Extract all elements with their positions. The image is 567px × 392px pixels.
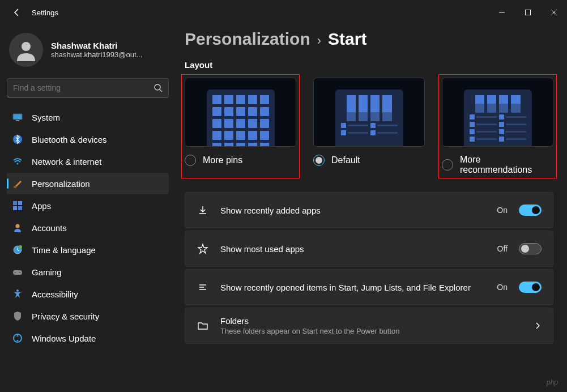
sidebar-item-label: Network & internet bbox=[32, 157, 101, 167]
toggle-switch[interactable] bbox=[519, 282, 542, 293]
sidebar-item-clock[interactable]: Time & language bbox=[7, 239, 169, 261]
user-profile[interactable]: Shashwat Khatri shashwat.khatri1993@out.… bbox=[7, 31, 169, 76]
wifi-icon bbox=[12, 156, 23, 167]
sidebar-item-gamepad[interactable]: Gaming bbox=[7, 261, 169, 283]
radio-button[interactable] bbox=[442, 159, 453, 171]
sidebar-item-person[interactable]: Accounts bbox=[7, 217, 169, 238]
update-icon bbox=[12, 333, 23, 343]
sidebar-item-monitor[interactable]: System bbox=[7, 106, 169, 128]
search-box[interactable] bbox=[7, 78, 169, 97]
radio-button[interactable] bbox=[185, 155, 196, 166]
radio-button[interactable] bbox=[313, 155, 325, 166]
layout-preview[interactable] bbox=[185, 78, 296, 147]
breadcrumb: Personalization › Start bbox=[185, 29, 553, 49]
toggle-state-label: On bbox=[497, 206, 508, 215]
minimize-button[interactable] bbox=[489, 3, 515, 22]
search-input[interactable] bbox=[13, 83, 154, 92]
toggle-switch[interactable] bbox=[519, 204, 542, 216]
setting-subtitle: These folders appear on Start next to th… bbox=[220, 327, 522, 335]
layout-option-label: More recommendations bbox=[460, 155, 553, 175]
sidebar-item-accessibility[interactable]: Accessibility bbox=[7, 283, 169, 305]
svg-rect-1 bbox=[526, 10, 531, 15]
accessibility-icon bbox=[12, 289, 23, 299]
bluetooth-icon bbox=[12, 134, 23, 144]
setting-row[interactable]: Show recently added appsOn bbox=[185, 192, 553, 228]
svg-line-6 bbox=[160, 90, 162, 92]
svg-point-24 bbox=[15, 272, 16, 273]
download-icon bbox=[197, 204, 209, 216]
clock-icon bbox=[12, 245, 23, 255]
layout-preview[interactable] bbox=[442, 78, 553, 147]
content-area: Personalization › Start Layout More pins… bbox=[176, 25, 567, 392]
svg-point-4 bbox=[22, 42, 31, 51]
watermark: php bbox=[547, 378, 558, 386]
layout-option-label: Default bbox=[331, 155, 360, 165]
svg-rect-16 bbox=[18, 206, 22, 210]
layout-radio-row[interactable]: More recommendations bbox=[442, 155, 553, 175]
title-bar: Settings bbox=[0, 0, 567, 25]
svg-point-17 bbox=[16, 224, 20, 228]
sidebar-item-label: Time & language bbox=[32, 245, 96, 255]
search-icon bbox=[154, 83, 163, 92]
window-controls bbox=[489, 3, 567, 22]
layout-radio-row[interactable]: Default bbox=[313, 155, 425, 166]
layout-preview[interactable] bbox=[313, 78, 425, 147]
layout-option[interactable]: More pins bbox=[182, 75, 299, 178]
layout-option[interactable]: More recommendations bbox=[439, 75, 556, 178]
layout-options-row: More pinsDefaultMore recommendations bbox=[185, 78, 553, 175]
sidebar-item-label: Gaming bbox=[32, 267, 62, 277]
sidebar-item-wifi[interactable]: Network & internet bbox=[7, 151, 169, 172]
layout-option[interactable]: Default bbox=[313, 78, 425, 175]
toggle-switch[interactable] bbox=[519, 243, 542, 254]
maximize-button[interactable] bbox=[515, 3, 541, 22]
window-title: Settings bbox=[32, 8, 58, 17]
svg-point-11 bbox=[17, 163, 19, 165]
toggle-state-label: Off bbox=[497, 244, 508, 253]
layout-heading: Layout bbox=[185, 60, 553, 70]
folder-icon bbox=[197, 320, 209, 331]
user-name: Shashwat Khatri bbox=[51, 41, 142, 50]
setting-text: FoldersThese folders appear on Start nex… bbox=[220, 316, 522, 335]
setting-text: Show recently added apps bbox=[220, 206, 485, 215]
star-icon bbox=[197, 243, 209, 254]
setting-title: Folders bbox=[220, 316, 522, 326]
sidebar-item-label: Apps bbox=[32, 201, 51, 211]
sidebar-item-label: Privacy & security bbox=[32, 312, 99, 321]
person-icon bbox=[12, 223, 23, 233]
setting-row[interactable]: Show most used appsOff bbox=[185, 231, 553, 267]
setting-text: Show most used apps bbox=[220, 244, 486, 254]
sidebar-item-apps[interactable]: Apps bbox=[7, 195, 169, 216]
gamepad-icon bbox=[12, 267, 23, 277]
user-email: shashwat.khatri1993@out... bbox=[51, 50, 142, 59]
back-button[interactable] bbox=[10, 6, 24, 19]
svg-rect-15 bbox=[13, 206, 17, 210]
monitor-icon bbox=[12, 112, 23, 122]
svg-point-5 bbox=[155, 84, 160, 90]
sidebar-item-label: Bluetooth & devices bbox=[32, 135, 107, 144]
sidebar-item-label: Accounts bbox=[32, 223, 67, 233]
setting-row[interactable]: FoldersThese folders appear on Start nex… bbox=[185, 308, 553, 344]
svg-rect-12 bbox=[14, 186, 16, 188]
layout-radio-row[interactable]: More pins bbox=[185, 155, 296, 166]
sidebar-item-brush[interactable]: Personalization bbox=[7, 173, 169, 194]
sidebar-item-update[interactable]: Windows Update bbox=[7, 327, 169, 349]
sidebar-item-label: Accessibility bbox=[32, 289, 78, 299]
setting-title: Show recently opened items in Start, Jum… bbox=[220, 283, 485, 292]
sidebar-item-bluetooth[interactable]: Bluetooth & devices bbox=[7, 129, 169, 150]
setting-title: Show recently added apps bbox=[220, 206, 485, 215]
svg-point-25 bbox=[19, 272, 20, 273]
sidebar-item-label: Windows Update bbox=[32, 334, 96, 343]
sidebar-item-label: Personalization bbox=[32, 179, 90, 189]
setting-row[interactable]: Show recently opened items in Start, Jum… bbox=[185, 269, 553, 305]
svg-point-26 bbox=[16, 289, 19, 292]
toggle-state-label: On bbox=[497, 283, 508, 292]
breadcrumb-parent[interactable]: Personalization bbox=[185, 29, 310, 49]
brush-icon bbox=[12, 178, 23, 189]
close-button[interactable] bbox=[541, 3, 567, 22]
breadcrumb-current: Start bbox=[328, 29, 366, 49]
sidebar-item-label: System bbox=[32, 113, 60, 122]
breadcrumb-separator: › bbox=[317, 33, 321, 48]
sidebar: Shashwat Khatri shashwat.khatri1993@out.… bbox=[0, 25, 176, 392]
sidebar-item-shield[interactable]: Privacy & security bbox=[7, 305, 169, 327]
svg-rect-23 bbox=[13, 270, 22, 275]
